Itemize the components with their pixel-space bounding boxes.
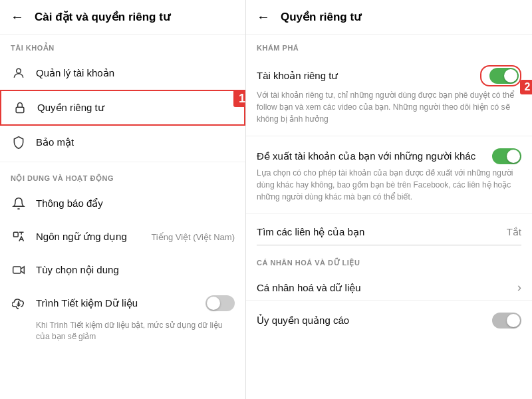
privacy-item-header-4: Cá nhân hoá và dữ liệu › xyxy=(257,281,521,295)
svg-rect-2 xyxy=(14,232,19,237)
svg-rect-3 xyxy=(13,267,21,273)
tuy-chon-label: Tùy chọn nội dung xyxy=(36,264,235,276)
section-label-tai-khoan: TÀI KHOẢN xyxy=(0,35,245,57)
tiet-kiem-label: Trình Tiết kiệm Dữ liệu xyxy=(36,297,205,309)
right-panel: ← Quyền riêng tư KHÁM PHÁ Tài khoản riên… xyxy=(246,0,532,399)
right-back-button[interactable]: ← xyxy=(257,9,270,25)
person-icon xyxy=(11,65,27,81)
ngon-ngu-label: Ngôn ngữ ứng dụng xyxy=(36,231,151,243)
privacy-item-tim-lien-he: Tìm các liên hệ của bạn Tắt xyxy=(246,217,532,241)
left-back-button[interactable]: ← xyxy=(11,9,24,25)
thong-bao-label: Thông báo đẩy xyxy=(36,198,235,209)
divider-right-1 xyxy=(246,136,532,136)
tai-khoan-rieng-tu-desc: Với tài khoản riêng tư, chỉ những người … xyxy=(257,89,521,130)
right-panel-title: Quyền riêng tư xyxy=(281,10,361,24)
uy-quyen-toggle[interactable] xyxy=(492,313,521,329)
cloud-icon xyxy=(11,295,27,311)
left-panel: ← Cài đặt và quyền riêng tư TÀI KHOẢN Qu… xyxy=(0,0,246,399)
tai-khoan-rieng-tu-toggle[interactable] xyxy=(489,68,519,84)
badge-1: 1 xyxy=(233,90,246,107)
bao-mat-label: Bảo mật xyxy=(36,136,235,148)
section-label-noi-dung: NỘI DUNG VÀ HOẠT ĐỘNG xyxy=(0,165,245,187)
lock-icon xyxy=(12,100,28,116)
menu-item-bao-mat[interactable]: Bảo mật xyxy=(0,126,245,159)
tiet-kiem-desc: Khi Trình Tiết kiệm dữ liệu bật, mức sử … xyxy=(0,320,245,349)
quyen-rieng-tu-label: Quyền riêng tư xyxy=(37,102,233,114)
divider-1 xyxy=(0,162,245,162)
uy-quyen-title: Ủy quyền quảng cáo xyxy=(257,315,485,327)
menu-item-thong-bao[interactable]: Thông báo đẩy xyxy=(0,187,245,220)
quan-ly-tai-khoan-label: Quản lý tài khoản xyxy=(36,67,235,79)
left-header: ← Cài đặt và quyền riêng tư xyxy=(0,0,245,35)
privacy-item-header-1: Tài khoản riêng tư 2 xyxy=(257,65,521,86)
divider-separator xyxy=(257,245,521,245)
svg-rect-1 xyxy=(16,107,24,112)
toggle-wrapper-1: 2 xyxy=(480,65,521,86)
svg-point-0 xyxy=(17,68,21,73)
menu-item-quan-ly-tai-khoan[interactable]: Quản lý tài khoản xyxy=(0,57,245,90)
badge-2: 2 xyxy=(520,80,532,94)
tim-lien-he-title: Tìm các liên hệ của bạn xyxy=(257,226,507,238)
privacy-item-header-2: Đề xuất tài khoản của bạn với những ngườ… xyxy=(257,148,521,164)
shield-icon xyxy=(11,134,27,150)
divider-right-2 xyxy=(246,213,532,214)
video-icon xyxy=(11,262,27,278)
tai-khoan-rieng-tu-title: Tài khoản riêng tư xyxy=(257,70,480,82)
section-label-ca-nhan-hoa: CÁ NHÂN HOÁ VÀ DỮ LIỆU xyxy=(246,249,532,271)
privacy-item-header-3: Tìm các liên hệ của bạn Tắt xyxy=(257,226,521,238)
ngon-ngu-value: Tiếng Việt (Việt Nam) xyxy=(151,232,235,242)
section-label-kham-pha: KHÁM PHÁ xyxy=(246,35,532,56)
privacy-item-uy-quyen: Ủy quyền quảng cáo xyxy=(246,303,532,331)
privacy-item-header-5: Ủy quyền quảng cáo xyxy=(257,313,521,329)
chevron-right-icon: › xyxy=(517,281,521,295)
menu-item-quyen-rieng-tu[interactable]: Quyền riêng tư 1 xyxy=(0,90,245,126)
menu-item-ngon-ngu[interactable]: Ngôn ngữ ứng dụng Tiếng Việt (Việt Nam) xyxy=(0,220,245,253)
de-xuat-desc: Lựa chọn có cho phép tài khoản của bạn đ… xyxy=(257,167,521,208)
ca-nhan-hoa-title: Cá nhân hoá và dữ liệu xyxy=(257,282,517,294)
menu-item-tuy-chon[interactable]: Tùy chọn nội dung xyxy=(0,253,245,287)
translate-icon xyxy=(11,229,27,245)
privacy-item-de-xuat: Đề xuất tài khoản của bạn với những ngườ… xyxy=(246,139,532,211)
de-xuat-title: Đề xuất tài khoản của bạn với những ngườ… xyxy=(257,150,485,162)
de-xuat-toggle[interactable] xyxy=(492,148,521,164)
menu-item-tiet-kiem[interactable]: Trình Tiết kiệm Dữ liệu xyxy=(0,287,245,320)
privacy-item-tai-khoan-rieng-tu: Tài khoản riêng tư 2 Với tài khoản riêng… xyxy=(246,56,532,133)
privacy-item-ca-nhan-hoa[interactable]: Cá nhân hoá và dữ liệu › xyxy=(246,271,532,297)
right-header: ← Quyền riêng tư xyxy=(246,0,532,35)
left-panel-title: Cài đặt và quyền riêng tư xyxy=(35,10,170,24)
tiet-kiem-toggle[interactable] xyxy=(205,295,235,311)
bell-icon xyxy=(11,196,27,211)
tim-lien-he-value: Tắt xyxy=(507,226,521,238)
divider-right-3 xyxy=(246,300,532,301)
